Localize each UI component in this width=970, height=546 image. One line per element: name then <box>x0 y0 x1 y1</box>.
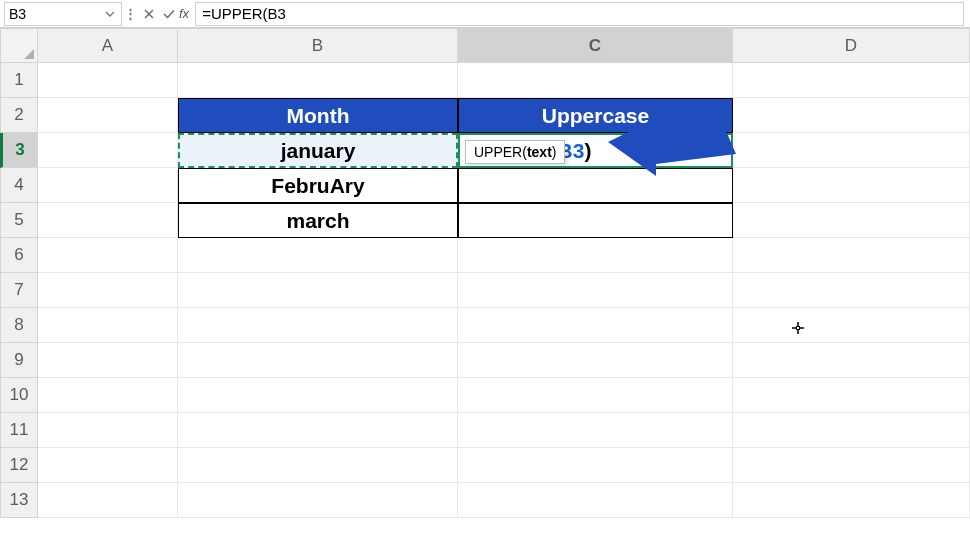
cell-A1[interactable] <box>38 63 178 98</box>
cell-A13[interactable] <box>38 483 178 518</box>
function-tooltip: UPPER(text) <box>465 140 565 164</box>
row-header-10[interactable]: 10 <box>0 378 38 413</box>
col-header-C[interactable]: C <box>458 28 733 63</box>
svg-marker-0 <box>608 120 736 176</box>
name-box[interactable]: B3 <box>4 2 122 26</box>
cell-C11[interactable] <box>458 413 733 448</box>
cell-D6[interactable] <box>733 238 970 273</box>
cell-C13[interactable] <box>458 483 733 518</box>
cell-D3[interactable] <box>733 133 970 168</box>
cell-A11[interactable] <box>38 413 178 448</box>
tooltip-func: UPPER( <box>474 144 527 160</box>
cell-C1[interactable] <box>458 63 733 98</box>
annotation-arrow-icon <box>608 112 738 196</box>
cell-C9[interactable] <box>458 343 733 378</box>
select-all-corner[interactable] <box>0 28 38 63</box>
tooltip-close: ) <box>552 144 557 160</box>
col-header-A[interactable]: A <box>38 28 178 63</box>
col-header-B[interactable]: B <box>178 28 458 63</box>
cell-D12[interactable] <box>733 448 970 483</box>
cell-D10[interactable] <box>733 378 970 413</box>
col-header-D[interactable]: D <box>733 28 970 63</box>
cell-A5[interactable] <box>38 203 178 238</box>
row-header-9[interactable]: 9 <box>0 343 38 378</box>
fb-dots-icon: ⋮ <box>122 6 139 21</box>
cell-D9[interactable] <box>733 343 970 378</box>
cell-D7[interactable] <box>733 273 970 308</box>
cell-A10[interactable] <box>38 378 178 413</box>
chevron-down-icon[interactable] <box>103 7 117 21</box>
cell-D13[interactable] <box>733 483 970 518</box>
cell-A7[interactable] <box>38 273 178 308</box>
name-box-value: B3 <box>9 6 103 22</box>
svg-rect-1 <box>797 327 800 330</box>
cell-C7[interactable] <box>458 273 733 308</box>
cell-B6[interactable] <box>178 238 458 273</box>
cell-D2[interactable] <box>733 98 970 133</box>
row-header-7[interactable]: 7 <box>0 273 38 308</box>
cell-D8[interactable] <box>733 308 970 343</box>
cell-D5[interactable] <box>733 203 970 238</box>
cell-B10[interactable] <box>178 378 458 413</box>
row-header-2[interactable]: 2 <box>0 98 38 133</box>
row-header-6[interactable]: 6 <box>0 238 38 273</box>
cell-B12[interactable] <box>178 448 458 483</box>
cancel-icon[interactable] <box>139 4 159 24</box>
cell-C5[interactable] <box>458 203 733 238</box>
spreadsheet-grid[interactable]: A B C D 1 2 Month Uppercase 3 january =U… <box>0 28 970 518</box>
row-header-5[interactable]: 5 <box>0 203 38 238</box>
row-header-11[interactable]: 11 <box>0 413 38 448</box>
cell-A6[interactable] <box>38 238 178 273</box>
table-header-month[interactable]: Month <box>178 98 458 133</box>
cell-C6[interactable] <box>458 238 733 273</box>
cell-D1[interactable] <box>733 63 970 98</box>
cell-A3[interactable] <box>38 133 178 168</box>
cell-c3-formula-suffix: ) <box>584 139 591 163</box>
cell-B8[interactable] <box>178 308 458 343</box>
enter-icon[interactable] <box>159 4 179 24</box>
formula-bar: B3 ⋮ fx =UPPER(B3 <box>0 0 970 28</box>
row-header-13[interactable]: 13 <box>0 483 38 518</box>
formula-input[interactable]: =UPPER(B3 <box>195 2 964 26</box>
cell-cursor-icon <box>790 320 806 339</box>
cell-D11[interactable] <box>733 413 970 448</box>
cell-D4[interactable] <box>733 168 970 203</box>
cell-B11[interactable] <box>178 413 458 448</box>
cell-A8[interactable] <box>38 308 178 343</box>
cell-C8[interactable] <box>458 308 733 343</box>
cell-A9[interactable] <box>38 343 178 378</box>
row-header-1[interactable]: 1 <box>0 63 38 98</box>
row-header-12[interactable]: 12 <box>0 448 38 483</box>
cell-B13[interactable] <box>178 483 458 518</box>
row-header-4[interactable]: 4 <box>0 168 38 203</box>
row-header-8[interactable]: 8 <box>0 308 38 343</box>
tooltip-arg: text <box>527 144 552 160</box>
cell-B5[interactable]: march <box>178 203 458 238</box>
cell-C12[interactable] <box>458 448 733 483</box>
fx-icon[interactable]: fx <box>179 6 193 21</box>
cell-B9[interactable] <box>178 343 458 378</box>
cell-B4[interactable]: FebruAry <box>178 168 458 203</box>
row-header-3[interactable]: 3 <box>0 133 38 168</box>
cell-A12[interactable] <box>38 448 178 483</box>
cell-A2[interactable] <box>38 98 178 133</box>
cell-B3[interactable]: january <box>178 133 458 168</box>
cell-B7[interactable] <box>178 273 458 308</box>
formula-input-text: =UPPER(B3 <box>202 5 286 22</box>
cell-C10[interactable] <box>458 378 733 413</box>
cell-B1[interactable] <box>178 63 458 98</box>
cell-A4[interactable] <box>38 168 178 203</box>
